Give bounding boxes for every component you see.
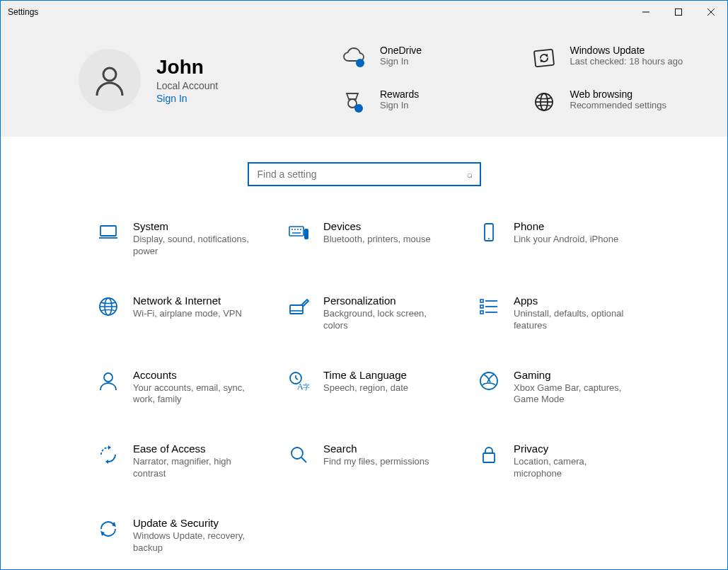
- header-link-title: Windows Update: [570, 45, 683, 56]
- category-time-language[interactable]: A字 Time & Language Speech, region, date: [287, 369, 463, 406]
- header-banner: John Local Account Sign In OneDrive Sign…: [1, 23, 727, 137]
- category-title: Phone: [514, 220, 618, 232]
- category-title: Search: [323, 443, 429, 455]
- laptop-icon: [96, 220, 120, 244]
- category-title: Update & Security: [133, 517, 253, 529]
- category-sub: Find my files, permissions: [323, 456, 429, 468]
- phone-icon: [477, 220, 501, 244]
- category-sub: Xbox Game Bar, captures, Game Mode: [514, 382, 634, 406]
- globe-dark-icon: [531, 89, 557, 115]
- category-sub: Wi-Fi, airplane mode, VPN: [133, 308, 242, 320]
- globe-icon: [96, 295, 120, 319]
- window-title: Settings: [8, 7, 38, 17]
- keyboard-icon: [287, 220, 311, 244]
- magnifier-icon: [287, 443, 311, 467]
- minimize-button[interactable]: [630, 1, 662, 23]
- header-link-rewards[interactable]: Rewards Sign In: [340, 89, 509, 115]
- search-input[interactable]: [256, 168, 467, 181]
- titlebar: Settings: [1, 1, 727, 23]
- category-search[interactable]: Search Find my files, permissions: [287, 443, 463, 480]
- cloud-icon: [340, 45, 367, 72]
- time-language-icon: A字: [287, 369, 311, 393]
- svg-point-45: [291, 448, 303, 459]
- header-link-sub: Sign In: [380, 56, 422, 67]
- category-apps[interactable]: Apps Uninstall, defaults, optional featu…: [477, 295, 653, 332]
- header-link-web-browsing[interactable]: Web browsing Recommended settings: [531, 89, 700, 115]
- category-sub: Bluetooth, printers, mouse: [323, 234, 431, 246]
- header-link-title: OneDrive: [380, 45, 422, 56]
- svg-rect-14: [100, 226, 116, 236]
- person-icon: [96, 369, 120, 393]
- header-link-sub: Recommended settings: [570, 100, 667, 110]
- account-signin-link[interactable]: Sign In: [156, 93, 218, 104]
- category-title: Gaming: [514, 369, 634, 381]
- category-sub: Uninstall, defaults, optional features: [514, 308, 634, 332]
- category-sub: Location, camera, microphone: [514, 456, 634, 480]
- list-icon: [477, 295, 501, 319]
- category-sub: Your accounts, email, sync, work, family: [133, 382, 253, 406]
- svg-marker-43: [108, 445, 111, 450]
- category-title: Ease of Access: [133, 443, 253, 455]
- lock-icon: [477, 443, 501, 467]
- svg-rect-32: [480, 305, 483, 308]
- svg-point-10: [354, 104, 363, 113]
- update-icon: [531, 45, 557, 72]
- category-devices[interactable]: Devices Bluetooth, printers, mouse: [287, 220, 463, 258]
- ease-of-access-icon: [96, 443, 120, 467]
- svg-rect-16: [289, 227, 304, 236]
- svg-rect-6: [533, 50, 553, 67]
- close-button[interactable]: [695, 1, 727, 23]
- svg-marker-44: [105, 460, 108, 464]
- svg-rect-30: [480, 300, 483, 302]
- category-title: Accounts: [133, 369, 253, 381]
- category-accounts[interactable]: Accounts Your accounts, email, sync, wor…: [96, 369, 272, 406]
- category-sub: Background, lock screen, colors: [323, 308, 444, 332]
- sync-icon: [96, 517, 120, 541]
- account-block[interactable]: John Local Account Sign In: [79, 45, 340, 115]
- category-title: Devices: [323, 220, 431, 232]
- svg-rect-47: [483, 453, 495, 462]
- account-type: Local Account: [156, 80, 218, 91]
- account-name: John: [156, 56, 218, 79]
- svg-point-4: [103, 68, 116, 81]
- category-gaming[interactable]: Gaming Xbox Game Bar, captures, Game Mod…: [477, 369, 653, 406]
- category-title: System: [133, 220, 253, 232]
- header-link-sub: Sign In: [380, 100, 419, 110]
- maximize-button[interactable]: [662, 1, 695, 23]
- category-sub: Windows Update, recovery, backup: [133, 530, 253, 554]
- paint-icon: [287, 295, 311, 319]
- search-icon: ⌕: [467, 169, 473, 180]
- header-link-title: Rewards: [380, 89, 419, 100]
- svg-point-42: [480, 372, 497, 389]
- category-sub: Narrator, magnifier, high contrast: [133, 456, 253, 480]
- category-ease-of-access[interactable]: Ease of Access Narrator, magnifier, high…: [96, 443, 272, 480]
- header-link-onedrive[interactable]: OneDrive Sign In: [340, 45, 509, 72]
- svg-rect-28: [290, 305, 303, 314]
- medal-icon: [340, 89, 367, 115]
- svg-rect-1: [676, 9, 682, 16]
- category-sub: Display, sound, notifications, power: [133, 234, 253, 258]
- category-network[interactable]: Network & Internet Wi-Fi, airplane mode,…: [96, 295, 272, 332]
- category-personalization[interactable]: Personalization Background, lock screen,…: [287, 295, 463, 332]
- category-title: Personalization: [323, 295, 444, 307]
- category-privacy[interactable]: Privacy Location, camera, microphone: [477, 443, 653, 480]
- svg-point-36: [104, 373, 112, 382]
- avatar: [79, 49, 141, 111]
- header-link-sub: Last checked: 18 hours ago: [570, 56, 683, 67]
- category-title: Network & Internet: [133, 295, 242, 307]
- svg-point-24: [488, 238, 490, 239]
- category-title: Time & Language: [323, 369, 408, 381]
- category-system[interactable]: System Display, sound, notifications, po…: [96, 220, 272, 258]
- category-sub: Speech, region, date: [323, 382, 408, 394]
- search-box[interactable]: ⌕: [248, 162, 481, 186]
- header-link-windows-update[interactable]: Windows Update Last checked: 18 hours ag…: [531, 45, 700, 72]
- svg-text:字: 字: [303, 383, 310, 391]
- category-phone[interactable]: Phone Link your Android, iPhone: [477, 220, 653, 258]
- category-update-security[interactable]: Update & Security Windows Update, recove…: [96, 517, 272, 554]
- category-title: Apps: [514, 295, 634, 307]
- svg-rect-34: [480, 311, 483, 314]
- header-link-title: Web browsing: [570, 89, 667, 100]
- svg-line-46: [301, 457, 306, 462]
- svg-point-5: [356, 59, 364, 67]
- category-title: Privacy: [514, 443, 634, 455]
